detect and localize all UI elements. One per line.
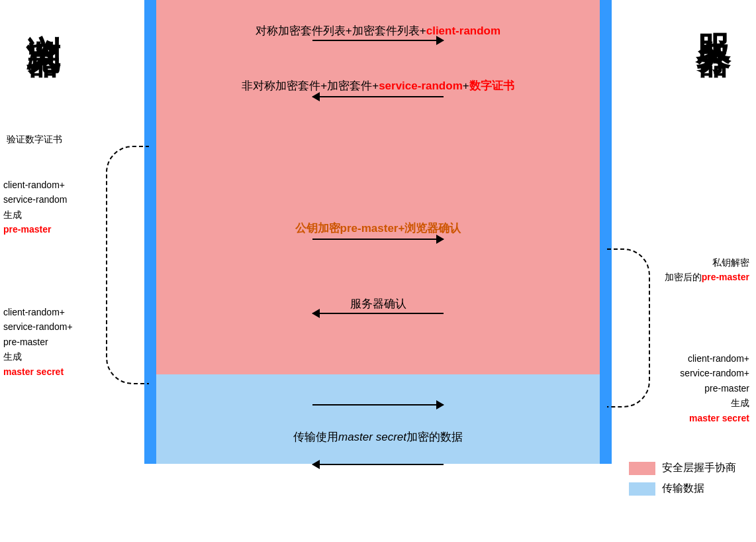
msg2-service-random: service-random [379,80,463,92]
legend-blue-box [629,482,655,496]
gen-premaster-annotation: client-random+ service-random 生成 pre-mas… [3,178,67,237]
decrypt-line2: 加密后的pre-master [665,270,749,284]
transfer-area [156,374,600,464]
msg2-text-black: 非对称加密套件+加密套件+ [242,80,379,92]
msg2-plus: + [463,80,469,92]
gen-pm-line1: client-random+ [3,178,67,192]
diagram-container: 浏览器 服务器 对称加密套件列表+加密套件列表+client-random 非对… [0,0,756,542]
decrypt-line1: 私钥解密 [665,255,749,270]
msg1-text-red: client-random [426,25,500,37]
gen-ms-value: master secret [3,364,73,379]
browser-title: 浏览器 [20,7,66,23]
dashed-curve-left [106,146,149,384]
legend-transfer-label: 传输数据 [662,482,704,496]
msg3-pubkey: 公钥加密 [295,222,340,235]
msg1-text-black: 对称加密套件列表+加密套件列表+ [256,25,426,37]
gen-ms-l2: service-random+ [3,319,73,334]
gen-mr-value: master secret [680,411,749,425]
decrypt-premaster-annotation: 私钥解密 加密后的pre-master [665,255,749,285]
msg3-confirm: +浏览器确认 [398,222,461,235]
gen-mr-l1: client-random+ [680,351,749,366]
gen-pm-value: pre-master [3,222,67,237]
msg2-cert: 数字证书 [469,80,514,92]
handshake-area [156,0,600,374]
gen-master-right-annotation: client-random+ service-random+ pre-maste… [680,351,749,425]
gen-ms-l4: 生成 [3,349,73,364]
gen-ms-l3: pre-master [3,335,73,349]
gen-pm-line3: 生成 [3,207,67,222]
gen-mr-l3: pre-master [680,381,749,396]
verify-cert-text: 验证数字证书 [7,134,62,144]
gen-master-left-annotation: client-random+ service-random+ pre-maste… [3,305,73,379]
server-title: 服务器 [690,7,736,23]
legend: 安全层握手协商 传输数据 [629,461,736,502]
gen-mr-l2: service-random+ [680,366,749,380]
legend-transfer: 传输数据 [629,482,736,496]
msg5-text2: 加密的数据 [406,431,463,443]
verify-cert-annotation: 验证数字证书 [7,133,62,146]
gen-mr-l4: 生成 [680,396,749,410]
legend-pink-box [629,462,655,475]
gen-ms-l1: client-random+ [3,305,73,319]
msg5-master: master secret [338,431,406,443]
legend-handshake-label: 安全层握手协商 [662,461,736,475]
msg5-text1: 传输使用 [293,431,338,443]
legend-handshake: 安全层握手协商 [629,461,736,475]
dashed-curve-right [607,248,650,407]
msg3-premaster: pre-master [340,222,399,235]
gen-pm-line2: service-random [3,192,67,207]
msg4-text: 服务器确认 [350,298,406,310]
